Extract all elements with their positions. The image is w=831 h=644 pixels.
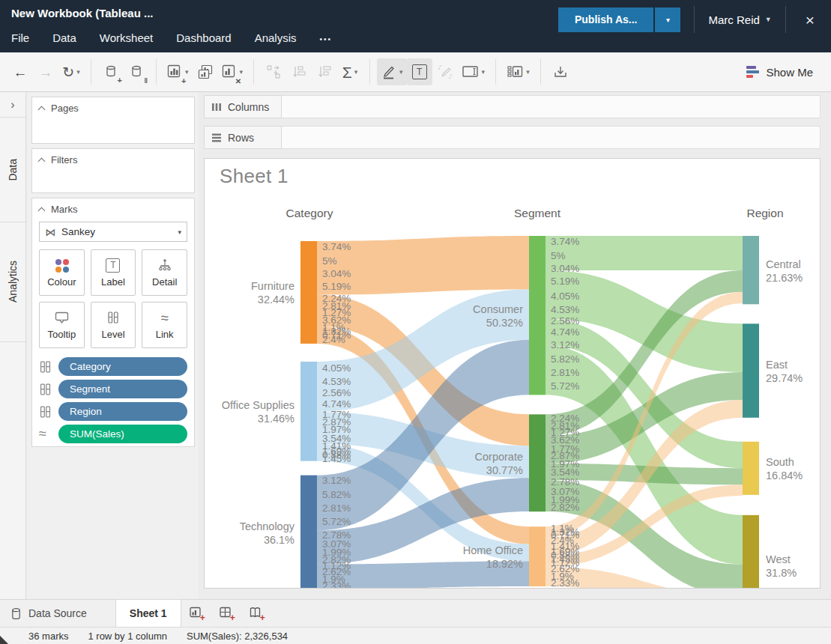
fit-icon [462, 64, 480, 80]
publish-caret-button[interactable]: ▾ [655, 7, 680, 32]
new-story-tab-button[interactable]: + [241, 600, 271, 627]
menu-file[interactable]: File [11, 31, 29, 44]
sheet-view: Sheet 1 Category Segment Region Furnitur… [204, 158, 821, 589]
link-button[interactable]: ≈ Link [142, 302, 187, 348]
download-button[interactable] [548, 58, 573, 85]
sort-ascending-icon [291, 64, 307, 80]
caret-down-icon: ▾ [76, 68, 80, 76]
show-mark-labels-icon: T [412, 64, 427, 79]
sankey-node-technology[interactable] [300, 476, 317, 588]
rerun-icon: ↻ [62, 65, 74, 79]
menu-dashboard[interactable]: Dashboard [176, 31, 231, 44]
colour-button[interactable]: Colour [39, 249, 85, 296]
sidebar: Pages Filters Marks ⋈ Sankey ▾ Colour [27, 92, 199, 599]
sort-descending-button[interactable] [312, 58, 337, 85]
pill-category[interactable]: Category [58, 357, 187, 376]
add-data-source-icon [103, 64, 118, 79]
level-button[interactable]: Level [91, 302, 136, 348]
toolbar: ← → ↻▾ + ‖ + ▾ ✕ ▾ Σ▾ ▾ T [0, 52, 831, 92]
pause-auto-updates-button[interactable]: ‖ [124, 58, 149, 85]
flow-label: 2.4% [322, 334, 345, 345]
new-dashboard-tab-button[interactable]: + [211, 600, 241, 627]
menu-data[interactable]: Data [52, 31, 76, 44]
close-icon[interactable]: × [800, 10, 821, 29]
fit-button[interactable]: ▾ [458, 58, 489, 85]
pill-sum-sales[interactable]: SUM(Sales) [58, 425, 187, 443]
sankey-node-east[interactable] [743, 323, 759, 418]
tooltip-icon [54, 310, 70, 325]
sankey-node-furniture[interactable] [300, 241, 317, 344]
flow-label: 5.72% [551, 380, 579, 392]
new-worksheet-button[interactable]: + ▾ [163, 58, 193, 85]
show-me-icon [746, 66, 759, 78]
flow-label: 2.81% [322, 502, 351, 514]
menu-analysis[interactable]: Analysis [255, 31, 297, 44]
add-data-source-button[interactable]: + [98, 58, 124, 85]
show-hide-cards-button[interactable]: ▾ [503, 58, 534, 85]
caret-down-icon: ▾ [240, 68, 244, 76]
user-menu[interactable]: Marc Reid ▼ [708, 13, 771, 26]
highlight-button[interactable]: ▾ [377, 58, 407, 85]
workspace: › Data Analytics Pages Filters Marks ⋈ S… [0, 92, 831, 599]
collapse-chevron-icon[interactable] [38, 157, 46, 165]
colour-icon [54, 258, 69, 273]
data-source-tab[interactable]: Data Source [0, 600, 115, 627]
divider [253, 59, 254, 85]
back-button[interactable]: ← [7, 58, 33, 85]
sankey-node-home-office[interactable] [529, 526, 546, 586]
rows-shelf-drop-area[interactable] [282, 126, 821, 149]
columns-shelf-drop-area[interactable] [282, 95, 821, 118]
swap-rows-columns-button[interactable] [261, 58, 286, 85]
mark-type-dropdown[interactable]: ⋈ Sankey ▾ [39, 222, 187, 242]
sankey-node-corporate[interactable] [529, 414, 546, 511]
flow-label: 2.82% [551, 502, 579, 513]
sankey-node-consumer[interactable] [529, 236, 546, 395]
collapse-pane-button[interactable]: › [0, 92, 25, 118]
pill-row: ≈ SUM(Sales) [39, 425, 187, 443]
node-label-south: South16.84% [766, 456, 803, 482]
menu-more-icon[interactable]: ••• [320, 35, 333, 43]
menu-worksheet[interactable]: Worksheet [100, 31, 153, 44]
sankey-node-west[interactable] [743, 515, 759, 588]
sankey-node-south[interactable] [743, 442, 759, 495]
workbook-title: New Workbook (Tableau ... [11, 7, 153, 19]
flow-label: 5.19% [322, 281, 351, 292]
rerun-button[interactable]: ↻▾ [58, 58, 84, 85]
flow-label: 1.45% [322, 453, 351, 464]
marks-card: Marks ⋈ Sankey ▾ Colour T Label [31, 198, 195, 447]
pill-segment[interactable]: Segment [58, 380, 187, 398]
pages-card: Pages [31, 97, 195, 144]
status-marks-count: 36 marks [28, 631, 68, 642]
pill-row: Segment [39, 380, 187, 398]
caret-down-icon: ▾ [666, 16, 670, 24]
mark-type-value: Sankey [61, 226, 178, 237]
flow-label: 2.56% [551, 315, 579, 326]
forward-button[interactable]: → [33, 58, 58, 85]
chevron-right-icon: › [10, 98, 14, 112]
divider [369, 59, 370, 85]
sort-ascending-button[interactable] [286, 58, 312, 85]
forward-icon: → [39, 65, 53, 79]
flow-label: 5.82% [322, 489, 351, 500]
pill-region[interactable]: Region [58, 402, 187, 421]
sankey-node-central[interactable] [743, 236, 759, 304]
totals-button[interactable]: Σ▾ [337, 58, 363, 85]
collapse-chevron-icon[interactable] [38, 106, 46, 113]
publish-as-button[interactable]: Publish As... [558, 7, 654, 32]
node-label-furniture: Furniture32.44% [251, 280, 294, 306]
tab-analytics[interactable]: Analytics [0, 222, 25, 342]
duplicate-sheet-button[interactable] [193, 58, 218, 85]
sankey-node-office-supplies[interactable] [300, 362, 317, 461]
label-button[interactable]: T Label [91, 249, 136, 296]
tab-data[interactable]: Data [0, 118, 25, 222]
flow-label: 4.53% [322, 376, 351, 387]
detail-button[interactable]: Detail [142, 249, 187, 296]
collapse-chevron-icon[interactable] [38, 207, 46, 214]
show-me-button[interactable]: Show Me [746, 66, 813, 79]
show-mark-labels-button[interactable]: T [407, 58, 432, 85]
edit-annotation-button[interactable] [432, 58, 458, 85]
tooltip-button[interactable]: Tooltip [39, 302, 85, 348]
clear-sheet-button[interactable]: ✕ ▾ [218, 58, 247, 85]
new-worksheet-tab-button[interactable]: + [181, 600, 211, 627]
sheet1-tab[interactable]: Sheet 1 [115, 600, 181, 627]
